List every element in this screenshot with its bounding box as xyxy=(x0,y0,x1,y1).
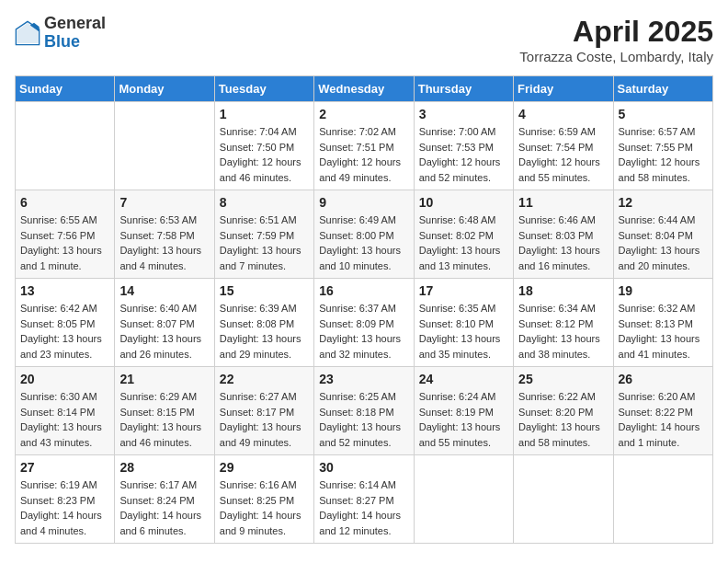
day-number: 9 xyxy=(319,195,408,210)
day-info: Sunrise: 6:46 AM Sunset: 8:03 PM Dayligh… xyxy=(518,213,608,273)
day-info: Sunrise: 7:00 AM Sunset: 7:53 PM Dayligh… xyxy=(419,124,508,185)
calendar-cell: 30Sunrise: 6:14 AM Sunset: 8:27 PM Dayli… xyxy=(314,455,414,544)
logo: General Blue xyxy=(15,15,106,52)
calendar-cell: 7Sunrise: 6:53 AM Sunset: 7:58 PM Daylig… xyxy=(115,190,214,279)
header-row: SundayMondayTuesdayWednesdayThursdayFrid… xyxy=(16,76,713,102)
day-number: 24 xyxy=(419,372,508,386)
day-number: 13 xyxy=(20,283,109,298)
day-of-week-header: Friday xyxy=(514,76,613,102)
calendar-cell: 21Sunrise: 6:29 AM Sunset: 8:15 PM Dayli… xyxy=(115,367,214,455)
calendar-cell: 19Sunrise: 6:32 AM Sunset: 8:13 PM Dayli… xyxy=(613,279,712,367)
day-number: 3 xyxy=(419,107,508,121)
day-info: Sunrise: 6:24 AM Sunset: 8:19 PM Dayligh… xyxy=(419,389,508,450)
calendar-cell: 28Sunrise: 6:17 AM Sunset: 8:24 PM Dayli… xyxy=(115,455,214,544)
calendar-cell xyxy=(115,102,214,190)
logo-general: General xyxy=(44,15,106,33)
day-number: 21 xyxy=(119,372,209,386)
calendar-week-row: 20Sunrise: 6:30 AM Sunset: 8:14 PM Dayli… xyxy=(16,367,713,455)
day-info: Sunrise: 6:49 AM Sunset: 8:00 PM Dayligh… xyxy=(319,213,408,273)
calendar-week-row: 6Sunrise: 6:55 AM Sunset: 7:56 PM Daylig… xyxy=(16,190,713,279)
day-info: Sunrise: 6:25 AM Sunset: 8:18 PM Dayligh… xyxy=(319,389,408,450)
calendar-cell: 11Sunrise: 6:46 AM Sunset: 8:03 PM Dayli… xyxy=(514,190,613,279)
day-info: Sunrise: 6:14 AM Sunset: 8:27 PM Dayligh… xyxy=(319,477,408,538)
day-number: 27 xyxy=(20,460,109,475)
calendar-cell: 15Sunrise: 6:39 AM Sunset: 8:08 PM Dayli… xyxy=(214,279,313,367)
day-info: Sunrise: 6:19 AM Sunset: 8:23 PM Dayligh… xyxy=(20,477,109,538)
day-number: 18 xyxy=(518,283,608,298)
month-title: April 2025 xyxy=(519,15,713,49)
day-info: Sunrise: 6:16 AM Sunset: 8:25 PM Dayligh… xyxy=(220,477,309,538)
calendar-body: 1Sunrise: 7:04 AM Sunset: 7:50 PM Daylig… xyxy=(16,102,713,544)
calendar-cell: 3Sunrise: 7:00 AM Sunset: 7:53 PM Daylig… xyxy=(414,102,513,190)
day-info: Sunrise: 7:04 AM Sunset: 7:50 PM Dayligh… xyxy=(220,124,309,185)
logo-text: General Blue xyxy=(44,15,106,52)
day-number: 4 xyxy=(518,107,608,121)
calendar-table: SundayMondayTuesdayWednesdayThursdayFrid… xyxy=(15,75,713,544)
day-info: Sunrise: 6:29 AM Sunset: 8:15 PM Dayligh… xyxy=(119,389,209,450)
day-number: 20 xyxy=(20,372,109,386)
calendar-cell: 24Sunrise: 6:24 AM Sunset: 8:19 PM Dayli… xyxy=(414,367,513,455)
day-of-week-header: Monday xyxy=(115,76,214,102)
calendar-cell: 8Sunrise: 6:51 AM Sunset: 7:59 PM Daylig… xyxy=(214,190,313,279)
calendar-cell xyxy=(613,455,712,544)
day-info: Sunrise: 6:51 AM Sunset: 7:59 PM Dayligh… xyxy=(220,213,309,273)
calendar-cell: 25Sunrise: 6:22 AM Sunset: 8:20 PM Dayli… xyxy=(514,367,613,455)
day-number: 28 xyxy=(119,460,209,475)
day-number: 8 xyxy=(220,195,309,210)
calendar-cell: 16Sunrise: 6:37 AM Sunset: 8:09 PM Dayli… xyxy=(314,279,414,367)
day-of-week-header: Sunday xyxy=(16,76,115,102)
calendar-cell: 22Sunrise: 6:27 AM Sunset: 8:17 PM Dayli… xyxy=(214,367,313,455)
day-info: Sunrise: 6:55 AM Sunset: 7:56 PM Dayligh… xyxy=(20,213,109,273)
calendar-cell: 6Sunrise: 6:55 AM Sunset: 7:56 PM Daylig… xyxy=(16,190,115,279)
day-number: 25 xyxy=(518,372,608,386)
day-info: Sunrise: 6:40 AM Sunset: 8:07 PM Dayligh… xyxy=(119,301,209,362)
day-of-week-header: Saturday xyxy=(613,76,712,102)
day-info: Sunrise: 6:30 AM Sunset: 8:14 PM Dayligh… xyxy=(20,389,109,450)
day-number: 7 xyxy=(119,195,209,210)
day-number: 30 xyxy=(319,460,408,475)
day-info: Sunrise: 6:57 AM Sunset: 7:55 PM Dayligh… xyxy=(619,124,708,185)
day-info: Sunrise: 6:22 AM Sunset: 8:20 PM Dayligh… xyxy=(518,389,608,450)
day-info: Sunrise: 6:17 AM Sunset: 8:24 PM Dayligh… xyxy=(119,477,209,538)
day-info: Sunrise: 6:53 AM Sunset: 7:58 PM Dayligh… xyxy=(119,213,209,273)
day-number: 15 xyxy=(220,283,309,298)
calendar-cell xyxy=(514,455,613,544)
day-of-week-header: Thursday xyxy=(414,76,513,102)
calendar-cell: 5Sunrise: 6:57 AM Sunset: 7:55 PM Daylig… xyxy=(613,102,712,190)
page-header: General Blue April 2025 Torrazza Coste, … xyxy=(15,15,713,64)
logo-icon xyxy=(15,20,40,46)
day-number: 19 xyxy=(619,283,708,298)
calendar-cell: 1Sunrise: 7:04 AM Sunset: 7:50 PM Daylig… xyxy=(214,102,313,190)
day-info: Sunrise: 6:37 AM Sunset: 8:09 PM Dayligh… xyxy=(319,301,408,362)
day-info: Sunrise: 6:44 AM Sunset: 8:04 PM Dayligh… xyxy=(619,213,708,273)
calendar-week-row: 1Sunrise: 7:04 AM Sunset: 7:50 PM Daylig… xyxy=(16,102,713,190)
day-number: 10 xyxy=(419,195,508,210)
calendar-cell: 4Sunrise: 6:59 AM Sunset: 7:54 PM Daylig… xyxy=(514,102,613,190)
calendar-cell: 18Sunrise: 6:34 AM Sunset: 8:12 PM Dayli… xyxy=(514,279,613,367)
day-number: 16 xyxy=(319,283,408,298)
day-info: Sunrise: 6:27 AM Sunset: 8:17 PM Dayligh… xyxy=(220,389,309,450)
calendar-cell: 2Sunrise: 7:02 AM Sunset: 7:51 PM Daylig… xyxy=(314,102,414,190)
day-number: 23 xyxy=(319,372,408,386)
day-number: 26 xyxy=(619,372,708,386)
calendar-cell: 17Sunrise: 6:35 AM Sunset: 8:10 PM Dayli… xyxy=(414,279,513,367)
calendar-cell: 9Sunrise: 6:49 AM Sunset: 8:00 PM Daylig… xyxy=(314,190,414,279)
calendar-cell xyxy=(414,455,513,544)
calendar-cell: 14Sunrise: 6:40 AM Sunset: 8:07 PM Dayli… xyxy=(115,279,214,367)
calendar-cell xyxy=(16,102,115,190)
title-block: April 2025 Torrazza Coste, Lombardy, Ita… xyxy=(519,15,713,64)
day-number: 1 xyxy=(220,107,309,121)
calendar-cell: 12Sunrise: 6:44 AM Sunset: 8:04 PM Dayli… xyxy=(613,190,712,279)
day-info: Sunrise: 6:35 AM Sunset: 8:10 PM Dayligh… xyxy=(419,301,508,362)
day-number: 29 xyxy=(220,460,309,475)
day-info: Sunrise: 6:39 AM Sunset: 8:08 PM Dayligh… xyxy=(220,301,309,362)
calendar-header: SundayMondayTuesdayWednesdayThursdayFrid… xyxy=(16,76,713,102)
day-number: 2 xyxy=(319,107,408,121)
day-number: 11 xyxy=(518,195,608,210)
calendar-cell: 27Sunrise: 6:19 AM Sunset: 8:23 PM Dayli… xyxy=(16,455,115,544)
day-info: Sunrise: 7:02 AM Sunset: 7:51 PM Dayligh… xyxy=(319,124,408,185)
day-of-week-header: Tuesday xyxy=(214,76,313,102)
calendar-cell: 29Sunrise: 6:16 AM Sunset: 8:25 PM Dayli… xyxy=(214,455,313,544)
day-info: Sunrise: 6:34 AM Sunset: 8:12 PM Dayligh… xyxy=(518,301,608,362)
calendar-cell: 10Sunrise: 6:48 AM Sunset: 8:02 PM Dayli… xyxy=(414,190,513,279)
